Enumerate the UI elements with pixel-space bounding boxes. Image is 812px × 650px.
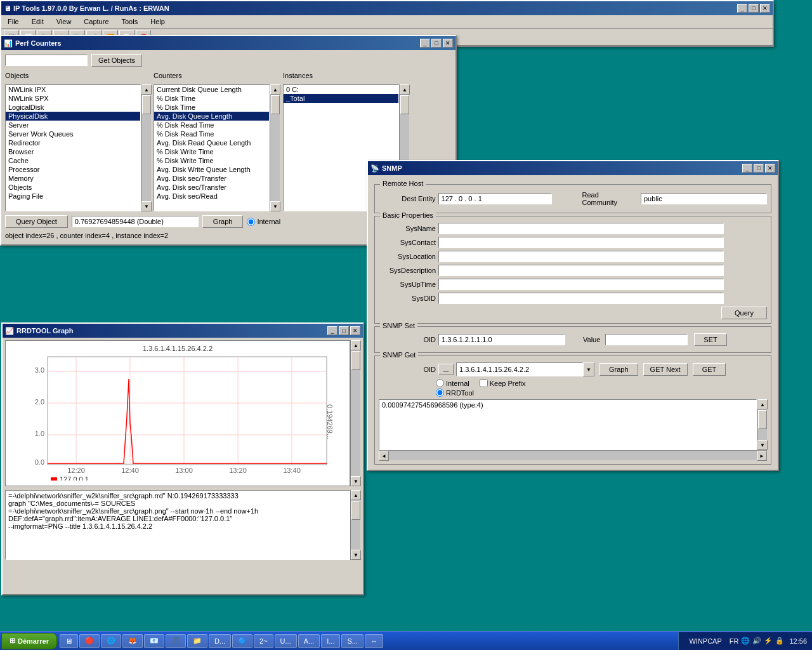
object-item-nwlink-ipx[interactable]: NWLink IPX (6, 85, 140, 94)
counter-item-12[interactable]: Avg. Disk sec/Transfer (154, 183, 269, 192)
instance-scroll-up[interactable]: ▲ (400, 84, 410, 95)
internal-radio[interactable] (247, 218, 255, 226)
internal-option-radio[interactable] (436, 379, 444, 387)
result-scroll-up[interactable]: ▲ (757, 399, 768, 409)
browse-oid-button[interactable]: ... (438, 364, 454, 375)
taskbar-item-9[interactable]: 🔷 (232, 634, 252, 648)
minimize-button[interactable]: _ (737, 4, 747, 13)
result-scroll-down[interactable]: ▼ (757, 440, 768, 450)
object-item-server-work-queues[interactable]: Server Work Queues (6, 129, 140, 138)
perf-close-btn[interactable]: ✕ (443, 39, 453, 48)
counter-item-1[interactable]: Current Disk Queue Length (154, 85, 269, 94)
object-item-cache[interactable]: Cache (6, 156, 140, 165)
sysdescription-input[interactable] (438, 265, 724, 276)
objects-listbox[interactable]: NWLink IPX NWLink SPX LogicalDisk Physic… (5, 84, 141, 211)
oid-get-input[interactable] (456, 362, 583, 376)
object-item-processor[interactable]: Processor (6, 165, 140, 174)
rrd-scrollbar-v[interactable]: ▲ ▼ (350, 340, 360, 486)
counter-item-13[interactable]: Avg. Disk sec/Read (154, 192, 269, 201)
close-button[interactable]: ✕ (760, 4, 770, 13)
object-item-memory[interactable]: Memory (6, 174, 140, 183)
graph-button[interactable]: Graph (202, 215, 244, 228)
oid-set-input[interactable] (438, 334, 565, 345)
menu-edit[interactable]: Edit (28, 17, 48, 27)
menu-file[interactable]: File (4, 17, 23, 27)
taskbar-item-8[interactable]: D... (209, 634, 231, 648)
instance-item-total[interactable]: _Total (284, 94, 398, 103)
taskbar-item-15[interactable]: ↔ (365, 634, 383, 648)
sysoid-input[interactable] (438, 293, 724, 304)
menu-view[interactable]: View (53, 17, 75, 27)
host-input[interactable] (5, 55, 88, 66)
value-input[interactable] (605, 334, 688, 345)
snmp-close-btn[interactable]: ✕ (765, 164, 775, 173)
read-community-input[interactable] (641, 193, 767, 204)
counter-item-9[interactable]: % Disk Write Time (154, 156, 269, 165)
log-scroll-up[interactable]: ▲ (351, 490, 361, 500)
object-item-paging-file[interactable]: Paging File (6, 192, 140, 201)
sysname-input[interactable] (438, 223, 724, 234)
object-item-browser[interactable]: Browser (6, 147, 140, 156)
objects-scrollbar[interactable]: ▲ ▼ (141, 84, 151, 211)
get-objects-button[interactable]: Get Objects (91, 54, 142, 67)
counter-item-2[interactable]: % Disk Time (154, 94, 269, 103)
snmp-hscrollbar[interactable]: ◄ ► (379, 450, 767, 460)
rrd-close-btn[interactable]: ✕ (350, 326, 360, 335)
counter-item-4[interactable]: Avg. Disk Queue Length (154, 112, 269, 121)
snmp-maximize-btn[interactable]: □ (754, 164, 764, 173)
taskbar-item-13[interactable]: I... (321, 634, 340, 648)
object-item-nwlink-spx[interactable]: NWLink SPX (6, 94, 140, 103)
perf-minimize-btn[interactable]: _ (420, 39, 430, 48)
scroll-up[interactable]: ▲ (141, 84, 152, 95)
query-object-button[interactable]: Query Object (5, 215, 68, 228)
rrd-scroll-down[interactable]: ▼ (351, 476, 361, 486)
rrdtool-option-radio[interactable] (436, 388, 444, 397)
log-scrollbar-v[interactable]: ▲ ▼ (350, 490, 360, 560)
snmp-minimize-btn[interactable]: _ (742, 164, 752, 173)
syscontact-input[interactable] (438, 237, 724, 248)
counter-item-11[interactable]: Avg. Disk sec/Transfer (154, 174, 269, 183)
get-next-button[interactable]: GET Next (643, 363, 688, 376)
counter-scroll-up[interactable]: ▲ (270, 84, 280, 95)
set-button[interactable]: SET (694, 333, 726, 346)
object-item-redirector[interactable]: Redirector (6, 138, 140, 147)
taskbar-item-10[interactable]: 2~ (254, 634, 273, 648)
rrd-maximize-btn[interactable]: □ (339, 326, 349, 335)
perf-maximize-btn[interactable]: □ (431, 39, 442, 48)
taskbar-item-12[interactable]: A... (298, 634, 320, 648)
taskbar-item-7[interactable]: 📁 (187, 634, 207, 648)
syslocation-input[interactable] (438, 251, 724, 262)
counters-scrollbar[interactable]: ▲ ▼ (270, 84, 280, 211)
rrd-minimize-btn[interactable]: _ (327, 326, 337, 335)
taskbar-item-14[interactable]: S... (341, 634, 363, 648)
rrd-scroll-up[interactable]: ▲ (351, 340, 361, 350)
counter-item-6[interactable]: % Disk Read Time (154, 129, 269, 138)
counter-item-7[interactable]: Avg. Disk Read Queue Length (154, 138, 269, 147)
counter-item-10[interactable]: Avg. Disk Write Queue Length (154, 165, 269, 174)
query-button[interactable]: Query (721, 307, 767, 319)
log-scroll-down[interactable]: ▼ (351, 550, 361, 560)
menu-capture[interactable]: Capture (80, 17, 112, 27)
menu-tools[interactable]: Tools (118, 17, 142, 27)
keep-prefix-checkbox[interactable] (480, 379, 488, 387)
sysuptime-input[interactable] (438, 279, 724, 290)
counter-item-3[interactable]: % Disk Time (154, 103, 269, 112)
counter-scroll-down[interactable]: ▼ (270, 201, 280, 211)
oid-dropdown-btn[interactable]: ▼ (583, 362, 594, 376)
object-item-logicaldisk[interactable]: LogicalDisk (6, 103, 140, 112)
get-button[interactable]: GET (693, 363, 726, 376)
menu-help[interactable]: Help (147, 17, 169, 27)
taskbar-item-3[interactable]: 🌐 (101, 634, 121, 648)
taskbar-item-5[interactable]: 📧 (144, 634, 164, 648)
result-scrollbar-v[interactable]: ▲ ▼ (757, 399, 767, 450)
hscroll-right[interactable]: ► (757, 451, 767, 461)
start-button[interactable]: ⊞ Démarrer (1, 633, 57, 649)
dest-entity-input[interactable] (438, 193, 552, 204)
counter-item-8[interactable]: % Disk Write Time (154, 147, 269, 156)
object-item-server[interactable]: Server (6, 121, 140, 129)
get-graph-button[interactable]: Graph (599, 363, 638, 376)
object-item-objects[interactable]: Objects (6, 183, 140, 192)
counter-item-5[interactable]: % Disk Read Time (154, 121, 269, 129)
taskbar-item-6[interactable]: 🎵 (166, 634, 186, 648)
taskbar-item-4[interactable]: 🦊 (122, 634, 143, 648)
